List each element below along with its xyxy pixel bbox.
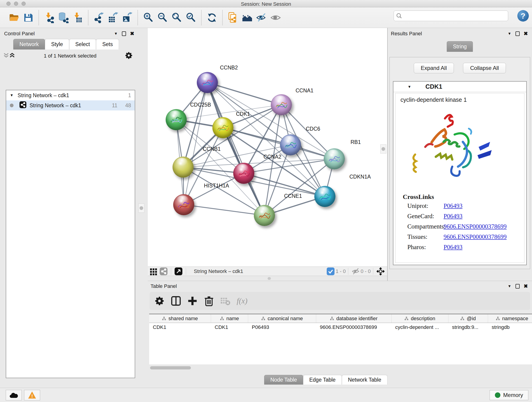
delete-column-trash-icon[interactable]: [204, 296, 214, 306]
column-header-description[interactable]: description: [392, 314, 448, 323]
home-button[interactable]: [240, 11, 254, 25]
crosslink-link[interactable]: 9606.ENSP00000378699: [443, 233, 507, 240]
clone-network-button[interactable]: [226, 11, 240, 25]
network-node-CCNE1[interactable]: [254, 205, 275, 226]
table-panel-title: Table Panel: [151, 283, 177, 289]
crosslink-link[interactable]: P06493: [443, 244, 462, 250]
collection-count: 1: [128, 92, 131, 99]
panel-float-icon[interactable]: [515, 32, 520, 36]
column-header-shared-name[interactable]: shared name: [149, 314, 211, 323]
grid-view-icon[interactable]: [150, 268, 157, 275]
table-row[interactable]: CDK1CDK1P064939606.ENSP00000378699cyclin…: [149, 323, 532, 332]
zoom-out-button[interactable]: [155, 11, 170, 25]
network-node-CDKN1A[interactable]: [314, 186, 336, 207]
network-node-CDC6[interactable]: [280, 134, 301, 155]
tab-network[interactable]: Network: [13, 39, 45, 50]
network-canvas[interactable]: CCNB2CCNA1CDC25BCDK1CDC6RB1CCNB1CCNA2CDK…: [148, 28, 387, 267]
panel-close-icon[interactable]: ✖: [524, 31, 528, 37]
crosslink-link[interactable]: P06493: [443, 202, 462, 209]
collection-label: String Network – cdk1: [18, 92, 128, 99]
import-table-file-button[interactable]: [70, 11, 85, 25]
tab-edge-table[interactable]: Edge Table: [303, 375, 342, 385]
tab-network-table[interactable]: Network Table: [342, 375, 387, 385]
panel-close-icon[interactable]: ✖: [524, 283, 528, 289]
memory-button[interactable]: Memory: [490, 390, 528, 400]
help-button[interactable]: ?: [517, 10, 529, 22]
fit-move-crosshair-icon[interactable]: [377, 268, 385, 275]
gene-header[interactable]: ▼ CDK1: [393, 82, 526, 92]
network-collection-row[interactable]: ▼ String Network – cdk1 1: [6, 90, 135, 100]
panel-collapse-icon[interactable]: ▼: [508, 32, 511, 36]
cloud-tasks-button[interactable]: [6, 390, 22, 400]
node-label-HIST1H1A: HIST1H1A: [204, 183, 229, 189]
open-session-button[interactable]: [7, 11, 21, 25]
column-header-name[interactable]: name: [211, 314, 248, 323]
column-header-label: database identifier: [336, 316, 378, 322]
column-header-label: canonical name: [268, 316, 303, 322]
hide-selected-icon-button[interactable]: [254, 11, 268, 25]
control-panel-title: Control Panel: [4, 31, 35, 37]
crosslink-link[interactable]: 9606.ENSP00000378699: [443, 223, 507, 230]
expand-all-networks-icon[interactable]: [3, 53, 9, 59]
zoom-in-button[interactable]: [141, 11, 155, 25]
table-horizontal-scrollbar[interactable]: [150, 366, 191, 370]
crosslink-row: Uniprot:P06493: [407, 202, 462, 210]
save-session-button[interactable]: [21, 11, 35, 25]
apply-layout-button[interactable]: [205, 11, 219, 25]
protein-thumbnail-CCNA2: [237, 168, 251, 179]
expand-all-button[interactable]: Expand All: [414, 63, 454, 73]
tab-style[interactable]: Style: [45, 39, 69, 50]
export-image-button[interactable]: [120, 11, 134, 25]
tab-sets[interactable]: Sets: [96, 39, 119, 50]
crosslink-link[interactable]: P06493: [443, 213, 462, 220]
column-header-database-identifier[interactable]: database identifier: [316, 314, 392, 323]
show-all-icon-button[interactable]: [268, 11, 283, 25]
network-list: ▼ String Network – cdk1 1 String Network…: [6, 90, 135, 378]
panel-close-icon[interactable]: ✖: [130, 31, 134, 37]
network-options-gear-icon[interactable]: [125, 52, 133, 60]
show-columns-icon[interactable]: [171, 296, 181, 306]
zoom-fit-button[interactable]: [170, 11, 184, 25]
import-network-database-button[interactable]: [56, 11, 70, 25]
collapse-all-networks-icon[interactable]: [9, 53, 15, 59]
network-node-CCNB1[interactable]: [172, 157, 194, 178]
right-splitter-handle[interactable]: [380, 144, 386, 153]
left-splitter-handle[interactable]: [138, 204, 144, 213]
table-settings-gear-icon[interactable]: [154, 296, 165, 306]
tab-string[interactable]: String: [447, 41, 473, 52]
table-cell: CDK1: [211, 323, 248, 332]
table-cell: 9606.ENSP00000378699: [316, 323, 392, 332]
collection-expand-icon[interactable]: ▼: [10, 93, 13, 97]
column-header-canonical-name[interactable]: canonical name: [248, 314, 316, 323]
network-node-RB1[interactable]: [324, 148, 345, 169]
zoom-selected-button[interactable]: [184, 11, 198, 25]
network-node-CDC25B[interactable]: [166, 109, 187, 130]
string-network-icon: [19, 101, 26, 109]
tab-node-table[interactable]: Node Table: [264, 375, 303, 385]
add-column-icon[interactable]: [187, 296, 198, 306]
network-node-HIST1H1A[interactable]: [173, 194, 194, 215]
network-node-CCNB2[interactable]: [197, 72, 218, 93]
birdseye-view-icon[interactable]: [175, 268, 182, 275]
network-node-CDK1[interactable]: [212, 117, 234, 138]
network-node-CCNA2[interactable]: [233, 163, 254, 184]
gene-expand-icon[interactable]: ▼: [408, 85, 411, 89]
import-network-file-button[interactable]: [42, 11, 56, 25]
warnings-button[interactable]: !: [24, 390, 40, 400]
panel-collapse-icon[interactable]: ▼: [114, 32, 118, 36]
export-network-button[interactable]: [92, 11, 106, 25]
network-node-CCNA1[interactable]: [271, 94, 292, 115]
network-view-icon[interactable]: [160, 268, 167, 275]
column-header-namespace[interactable]: namespace: [488, 314, 532, 323]
column-header--id[interactable]: @id: [448, 314, 488, 323]
panel-float-icon[interactable]: [515, 284, 520, 288]
horizontal-splitter[interactable]: [148, 276, 387, 281]
search-input[interactable]: [404, 13, 506, 19]
network-row[interactable]: String Network – cdk1 11 48: [6, 100, 135, 110]
panel-collapse-icon[interactable]: ▼: [508, 284, 511, 288]
selected-checkbox-icon[interactable]: [327, 268, 335, 275]
export-table-button[interactable]: [106, 11, 120, 25]
tab-select[interactable]: Select: [69, 39, 96, 50]
panel-float-icon[interactable]: [122, 32, 126, 36]
collapse-all-button[interactable]: Collapse All: [463, 63, 506, 73]
